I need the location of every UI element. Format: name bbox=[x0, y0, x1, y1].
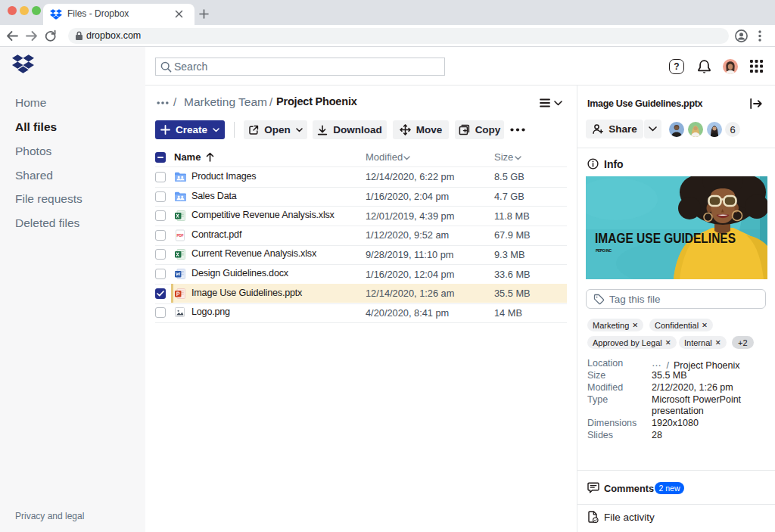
svg-text:PDF: PDF bbox=[176, 233, 183, 237]
svg-text:IMAGE USE GUIDELINES: IMAGE USE GUIDELINES bbox=[595, 230, 736, 246]
svg-text:PEPO INC: PEPO INC bbox=[596, 248, 612, 253]
